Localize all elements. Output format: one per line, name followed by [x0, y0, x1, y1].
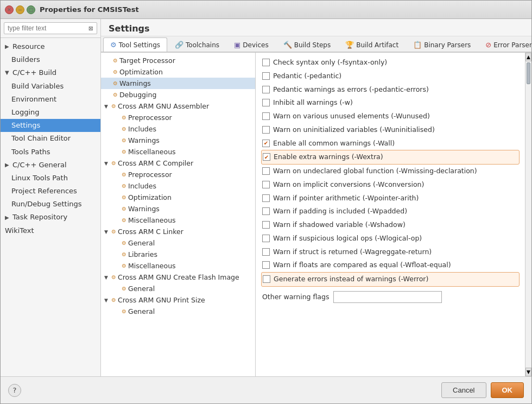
checkbox-check-syntax[interactable] — [262, 59, 270, 66]
checkbox-warn-conversion[interactable] — [262, 181, 270, 188]
checkbox-warn-shadow[interactable] — [262, 221, 270, 229]
setting-warn-wall: Enable all common warnings (-Wall) — [261, 137, 520, 150]
setting-warn-uninit: Warn on uninitialized variables (-Wunini… — [261, 123, 520, 137]
checkbox-warn-wall[interactable] — [262, 140, 270, 147]
tree-item-label: Preprocessor — [128, 113, 172, 122]
sidebar-item-settings[interactable]: Settings — [1, 119, 100, 132]
expand-arrow-icon: ▼ — [104, 104, 110, 109]
checkbox-warn-aggregate[interactable] — [262, 248, 270, 256]
checkbox-pedantic[interactable] — [262, 72, 270, 80]
checkbox-warn-wextra[interactable] — [263, 153, 270, 161]
filter-clear-icon[interactable]: ⊠ — [88, 25, 93, 32]
sidebar-item-tool-chain-editor[interactable]: Tool Chain Editor — [1, 132, 100, 145]
tree-item-cc-miscellaneous[interactable]: ⚙ Miscellaneous — [101, 214, 255, 226]
setting-warn-wextra: Enable extra warnings (-Wextra) — [261, 150, 520, 165]
tab-devices[interactable]: ▣ Devices — [227, 37, 276, 52]
scroll-up-button[interactable]: ▲ — [525, 53, 531, 61]
sidebar-item-tools-paths[interactable]: Tools Paths — [1, 146, 100, 159]
tab-error-parsers[interactable]: ⊘ Error Parsers — [478, 37, 531, 52]
tree-item-target-processor[interactable]: ⚙ Target Processor — [101, 55, 255, 66]
tool-tree-panel: ⚙ Target Processor ⚙ Optimization ⚙ Warn… — [101, 53, 256, 376]
checkbox-warn-uninit[interactable] — [262, 126, 270, 134]
tree-item-cross-arm-c-compiler[interactable]: ▼ ⚙ Cross ARM C Compiler — [101, 157, 255, 169]
tree-item-asm-miscellaneous[interactable]: ⚙ Miscellaneous — [101, 146, 255, 157]
checkbox-warn-unused[interactable] — [262, 112, 270, 120]
tree-item-label: General — [128, 285, 155, 293]
gear-icon: ⚙ — [113, 80, 118, 86]
checkbox-inhibit-warnings[interactable] — [262, 99, 270, 106]
sidebar-item-run-debug[interactable]: Run/Debug Settings — [1, 198, 100, 211]
tree-item-print-general[interactable]: ⚙ General — [101, 306, 255, 317]
tree-item-cc-preprocessor[interactable]: ⚙ Preprocessor — [101, 169, 255, 180]
tree-item-warnings[interactable]: ⚙ Warnings — [101, 78, 255, 89]
scroll-down-button[interactable]: ▼ — [525, 368, 531, 376]
checkbox-warn-logical-op[interactable] — [262, 235, 270, 242]
tree-item-asm-includes[interactable]: ⚙ Includes — [101, 123, 255, 135]
other-flags-input[interactable] — [333, 291, 442, 303]
sidebar-item-builders[interactable]: Builders — [1, 53, 100, 66]
tab-label: Devices — [243, 41, 268, 49]
tree-item-cc-includes[interactable]: ⚙ Includes — [101, 180, 255, 192]
tree-item-flash-general[interactable]: ⚙ General — [101, 283, 255, 294]
setting-label-pedantic: Pedantic (-pedantic) — [273, 71, 341, 81]
checkbox-warn-missing-decl[interactable] — [262, 167, 270, 175]
maximize-button[interactable]: □ — [27, 5, 35, 14]
help-button[interactable]: ? — [8, 384, 21, 397]
checkbox-warn-werror[interactable] — [263, 275, 270, 283]
setting-warn-shadow: Warn if shadowed variable (-Wshadow) — [261, 218, 520, 232]
setting-label-warn-werror: Generate errors instead of warnings (-We… — [274, 274, 428, 285]
sidebar-item-environment[interactable]: Environment — [1, 93, 100, 106]
sidebar-item-task-repository[interactable]: ▶ Task Repository — [1, 211, 100, 224]
cancel-button[interactable]: Cancel — [441, 382, 486, 398]
tree-item-debugging[interactable]: ⚙ Debugging — [101, 89, 255, 100]
ok-button[interactable]: OK — [491, 382, 524, 398]
tab-binary-parsers[interactable]: 📋 Binary Parsers — [406, 37, 478, 52]
sidebar-item-cpp-build[interactable]: ▼ C/C++ Build — [1, 66, 100, 79]
setting-warn-logical-op: Warn if suspicious logical ops (-Wlogica… — [261, 232, 520, 245]
checkbox-warn-float-equal[interactable] — [262, 261, 270, 269]
tab-toolchains[interactable]: 🔗 Toolchains — [168, 37, 226, 52]
checkbox-pedantic-errors[interactable] — [262, 86, 270, 93]
tree-item-cross-arm-print[interactable]: ▼ ⚙ Cross ARM GNU Print Size — [101, 294, 255, 306]
tree-item-linker-libraries[interactable]: ⚙ Libraries — [101, 249, 255, 260]
sidebar-item-build-variables[interactable]: Build Variables — [1, 80, 100, 93]
sidebar-item-wikitext[interactable]: WikiText — [1, 224, 100, 237]
gear-icon: ⚙ — [113, 92, 118, 98]
checkbox-warn-padded[interactable] — [262, 207, 270, 215]
filter-text-input[interactable] — [8, 24, 88, 32]
tree-item-linker-misc[interactable]: ⚙ Miscellaneous — [101, 260, 255, 272]
tab-build-steps[interactable]: 🔨 Build Steps — [276, 37, 338, 52]
setting-label-warn-unused: Warn on various unused elements (-Wunuse… — [273, 111, 430, 122]
minimize-button[interactable]: − — [16, 5, 24, 14]
filter-input-wrapper[interactable]: ⊠ — [4, 22, 97, 34]
devices-icon: ▣ — [234, 41, 240, 49]
tree-item-label: General — [128, 239, 155, 247]
tab-build-artifact[interactable]: 🏆 Build Artifact — [338, 37, 406, 52]
gear-icon: ⚙ — [113, 69, 118, 75]
sidebar-item-project-references[interactable]: Project References — [1, 185, 100, 198]
checkbox-warn-pointer-arith[interactable] — [262, 194, 270, 202]
filter-bar: ⊠ — [1, 19, 100, 38]
tree-item-asm-warnings[interactable]: ⚙ Warnings — [101, 135, 255, 146]
sidebar-item-label: Tool Chain Editor — [11, 134, 71, 143]
tree-item-label: Debugging — [119, 91, 156, 99]
tree-item-label: Cross ARM C Compiler — [118, 159, 193, 167]
sidebar-item-linux-tools-path[interactable]: Linux Tools Path — [1, 172, 100, 185]
tree-item-asm-preprocessor[interactable]: ⚙ Preprocessor — [101, 112, 255, 123]
tree-item-cc-warnings[interactable]: ⚙ Warnings — [101, 203, 255, 214]
tab-tool-settings[interactable]: ⚙ Tool Settings — [103, 37, 167, 53]
tree-item-linker-general[interactable]: ⚙ General — [101, 237, 255, 249]
tree-item-cc-optimization[interactable]: ⚙ Optimization — [101, 192, 255, 203]
scroll-thumb[interactable] — [527, 62, 530, 84]
sidebar-item-label: Builders — [11, 55, 40, 65]
tab-label: Binary Parsers — [424, 41, 471, 49]
tree-item-optimization[interactable]: ⚙ Optimization — [101, 66, 255, 78]
close-button[interactable]: ✕ — [5, 5, 14, 14]
sidebar-item-logging[interactable]: Logging — [1, 106, 100, 119]
sidebar-item-cpp-general[interactable]: ▶ C/C++ General — [1, 159, 100, 172]
tree-item-cross-arm-c-linker[interactable]: ▼ ⚙ Cross ARM C Linker — [101, 226, 255, 237]
tree-item-cross-arm-flash[interactable]: ▼ ⚙ Cross ARM GNU Create Flash Image — [101, 272, 255, 283]
sidebar-item-label: Resource — [12, 42, 45, 52]
sidebar-item-resource[interactable]: ▶ Resource — [1, 40, 100, 53]
tree-item-cross-arm-assembler[interactable]: ▼ ⚙ Cross ARM GNU Assembler — [101, 100, 255, 112]
